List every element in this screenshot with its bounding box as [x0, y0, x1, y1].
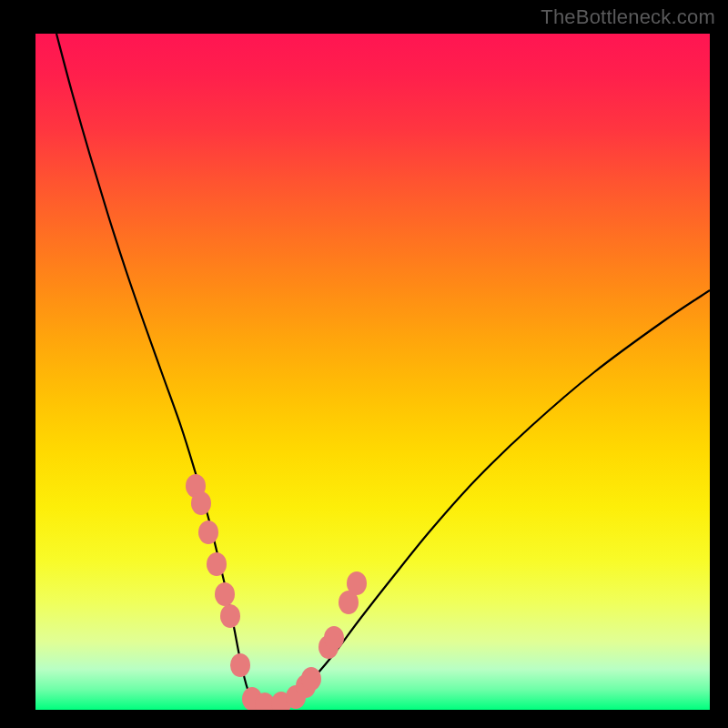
- curve-marker: [347, 571, 367, 595]
- watermark-text: TheBottleneck.com: [541, 5, 715, 29]
- marker-group: [186, 474, 367, 710]
- curve-marker: [220, 604, 240, 628]
- curve-marker: [207, 552, 227, 576]
- curve-marker: [230, 653, 250, 677]
- plot-area: [35, 34, 710, 710]
- curve-marker: [191, 491, 211, 515]
- curve-marker: [215, 582, 235, 606]
- curve-marker: [198, 521, 218, 544]
- curve-marker: [301, 667, 321, 691]
- curve-marker: [324, 626, 344, 650]
- curve-path: [56, 34, 710, 710]
- bottleneck-curve-svg: [35, 34, 710, 710]
